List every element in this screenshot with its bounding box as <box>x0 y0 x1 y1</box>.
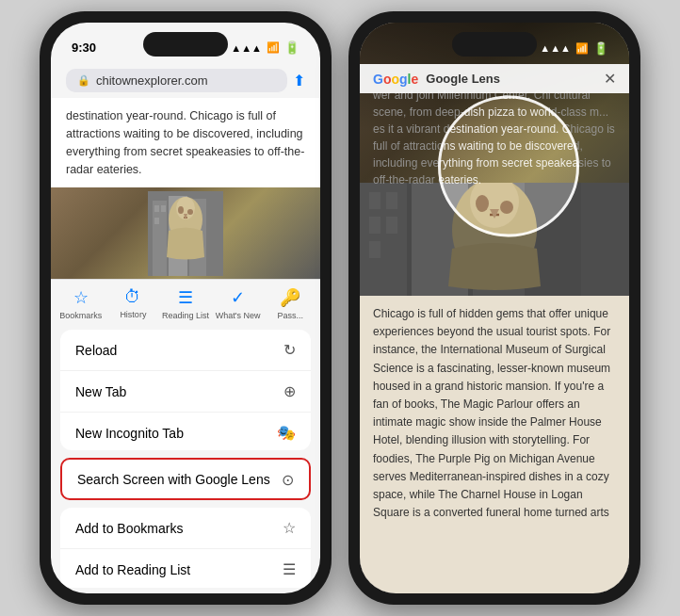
status-icons: ▲▲▲ 📶 🔋 <box>231 41 300 55</box>
lens-title: Google Lens <box>426 72 500 86</box>
signal-icon-2: ▲▲▲ <box>540 42 571 54</box>
phone-1: 9:30 ▲▲▲ 📶 🔋 🔒 chitownexplorer.com ⬆ <box>40 11 332 605</box>
url-bar[interactable]: 🔒 chitownexplorer.com ⬆ <box>51 63 320 98</box>
history-tab[interactable]: ⏱ History <box>108 287 157 320</box>
domain-text: chitownexplorer.com <box>96 73 208 88</box>
reload-menu-item[interactable]: Reload ↻ <box>60 330 311 371</box>
svg-rect-14 <box>360 183 407 296</box>
phone-2-screen: ▲▲▲ 📶 🔋 Google Google Lens ✕ <box>360 23 629 593</box>
reading-list-tab[interactable]: ☰ Reading List <box>161 287 210 320</box>
google-lens-icon: ⊙ <box>282 471 294 489</box>
menu-section-2: Add to Bookmarks ☆ Add to Reading List ☰ <box>60 508 311 588</box>
bookmarks-icon: ☆ <box>73 287 89 308</box>
svg-rect-4 <box>208 203 223 276</box>
svg-rect-22 <box>386 217 397 234</box>
svg-rect-23 <box>369 241 380 258</box>
svg-rect-7 <box>154 218 159 224</box>
new-tab-icon: ⊕ <box>283 382 296 400</box>
pass-label: Pass... <box>277 311 303 320</box>
share-icon[interactable]: ⬆ <box>293 72 305 89</box>
battery-icon-2: 🔋 <box>593 41 608 56</box>
whats-new-label: What's New <box>216 311 261 320</box>
battery-icon: 🔋 <box>284 41 300 55</box>
url-field[interactable]: 🔒 chitownexplorer.com <box>66 69 287 92</box>
svg-rect-21 <box>369 217 380 234</box>
page-image <box>51 187 320 279</box>
google-lens-label: Search Screen with Google Lens <box>77 472 270 487</box>
google-logo: Google <box>373 72 418 87</box>
bookmarks-tab[interactable]: ☆ Bookmarks <box>57 287 105 320</box>
phone-1-screen: 9:30 ▲▲▲ 📶 🔋 🔒 chitownexplorer.com ⬆ <box>51 23 320 593</box>
whats-new-icon: ✓ <box>231 287 245 308</box>
reload-icon: ↻ <box>283 341 296 359</box>
incognito-icon: 🎭 <box>277 424 296 442</box>
reading-list-icon: ☰ <box>178 287 193 308</box>
svg-rect-20 <box>386 192 397 209</box>
content-paragraph: destination year-round. Chicago is full … <box>66 109 304 175</box>
bookmarks-bar: ☆ Bookmarks ⏱ History ☰ Reading List ✓ W… <box>51 279 320 324</box>
dynamic-island-1 <box>143 32 228 57</box>
bookmarks-label: Bookmarks <box>59 311 102 320</box>
svg-rect-19 <box>369 192 380 209</box>
signal-icon: ▲▲▲ <box>231 42 262 54</box>
incognito-tab-menu-item[interactable]: New Incognito Tab 🎭 <box>60 413 311 449</box>
time-label: 9:30 <box>72 41 96 55</box>
wifi-icon-2: 📶 <box>575 42 589 55</box>
history-icon: ⏱ <box>124 287 141 307</box>
add-bookmarks-icon: ☆ <box>283 519 296 537</box>
phone-1-content: 9:30 ▲▲▲ 📶 🔋 🔒 chitownexplorer.com ⬆ <box>51 23 320 593</box>
google-lens-bar: Google Google Lens ✕ <box>360 64 629 93</box>
svg-rect-6 <box>161 205 166 212</box>
below-image-text: Chicago is full of hidden gems that offe… <box>360 296 629 593</box>
add-reading-list-icon: ☰ <box>283 560 296 578</box>
add-bookmarks-label: Add to Bookmarks <box>75 521 183 536</box>
status-bar-2: ▲▲▲ 📶 🔋 <box>360 23 629 64</box>
svg-point-11 <box>187 209 193 215</box>
reload-label: Reload <box>75 343 117 358</box>
whats-new-tab[interactable]: ✓ What's New <box>214 287 263 320</box>
lock-icon: 🔒 <box>77 74 90 87</box>
menu-section-1: Reload ↻ New Tab ⊕ New Incognito Tab 🎭 <box>60 330 311 449</box>
below-paragraph: Chicago is full of hidden gems that offe… <box>373 307 610 519</box>
add-reading-list-label: Add to Reading List <box>75 562 190 577</box>
reading-list-label: Reading List <box>162 311 209 320</box>
svg-point-10 <box>178 206 184 214</box>
pass-tab[interactable]: 🔑 Pass... <box>266 287 315 320</box>
picasso-sculpture-image <box>148 191 223 276</box>
add-bookmarks-menu-item[interactable]: Add to Bookmarks ☆ <box>60 508 311 549</box>
history-label: History <box>120 310 146 319</box>
lens-selection-circle <box>438 96 579 237</box>
add-reading-list-menu-item[interactable]: Add to Reading List ☰ <box>60 549 311 588</box>
wifi-icon: 📶 <box>267 41 280 54</box>
svg-rect-18 <box>581 183 629 296</box>
close-icon[interactable]: ✕ <box>604 70 616 88</box>
incognito-tab-label: New Incognito Tab <box>75 426 184 441</box>
page-content-text: destination year-round. Chicago is full … <box>51 98 320 187</box>
new-tab-menu-item[interactable]: New Tab ⊕ <box>60 371 311 413</box>
google-lens-menu-item-wrapper: Search Screen with Google Lens ⊙ <box>60 458 311 501</box>
new-tab-label: New Tab <box>75 384 126 399</box>
google-lens-menu-item[interactable]: Search Screen with Google Lens ⊙ <box>62 460 309 500</box>
phone-2-content: ▲▲▲ 📶 🔋 Google Google Lens ✕ <box>360 23 629 593</box>
status-icons-2: ▲▲▲ 📶 🔋 <box>540 41 608 56</box>
phone-2: ▲▲▲ 📶 🔋 Google Google Lens ✕ <box>348 11 640 605</box>
svg-rect-5 <box>154 205 159 212</box>
pass-icon: 🔑 <box>280 287 300 308</box>
phone-2-image-area: ▲▲▲ 📶 🔋 Google Google Lens ✕ <box>360 23 629 296</box>
phones-container: 9:30 ▲▲▲ 📶 🔋 🔒 chitownexplorer.com ⬆ <box>30 2 650 614</box>
